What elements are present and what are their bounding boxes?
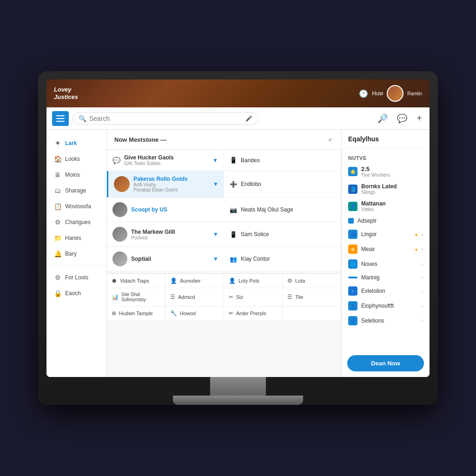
app-container: 🔍 🎤 🔎 💬 + ✦ Lark: [46, 107, 430, 377]
grid-item-admicd[interactable]: ☰ Admicd: [165, 288, 224, 306]
aumober-icon: 👤: [170, 278, 177, 284]
sidebar-item-lark[interactable]: ✦ Lark: [46, 135, 106, 151]
hamburger-line-1: [56, 115, 65, 116]
panel-item-evlelolion[interactable]: ↑ Evlelolion ›: [342, 284, 430, 298]
panel-item-eloph[interactable]: 👤 Elophynouftft ›: [342, 298, 430, 313]
kiay-icon: 👥: [230, 256, 237, 263]
grid-item-site[interactable]: 📊 Site Shal Sofesyrotoy: [107, 288, 165, 306]
list-item-give-hucker[interactable]: 💬 Give Hucker Gaols Gife Teato Solites ▼: [107, 150, 224, 171]
sidebar-item-forlools[interactable]: ⚙ For Lools: [46, 270, 106, 285]
screen: Lovey Justices 🕐 Huw Ramtin 🔍: [46, 79, 430, 377]
noues-arrow: ›: [422, 262, 423, 267]
list-item-kiay[interactable]: 👥 Kiay Contor: [224, 247, 341, 271]
grid-item-vidach[interactable]: ⏺ Vidach Tiaps: [107, 274, 165, 288]
evlelolion-arrow: ›: [422, 289, 423, 294]
content-area: Now Meststone — ℯ 💬 Give Hucker Gaols G: [107, 130, 341, 377]
rating-value: 2.5: [361, 165, 423, 172]
panel-item-adseptr[interactable]: Adseptr: [342, 215, 430, 227]
markew-name: The Markew Gilll: [131, 229, 209, 235]
mattanan-sub: Vittles: [361, 207, 423, 212]
add-button[interactable]: +: [415, 111, 424, 126]
noues-icon: 🌐: [348, 259, 357, 269]
sidebar-item-bary[interactable]: 🔔 Bary: [46, 246, 106, 262]
seletions-icon: 👤: [348, 316, 357, 325]
panel-item-bornks-text: Bornks Lated Skings: [361, 183, 423, 195]
content-header-action[interactable]: ℯ: [327, 134, 334, 145]
panel-item-meax[interactable]: ⊕ Meax ● ›: [342, 242, 430, 257]
grid-item-siz[interactable]: ✂ Siz: [224, 288, 283, 306]
panel-section-nutve: Nutve: [342, 152, 430, 163]
howod-icon: 🔧: [170, 310, 177, 317]
markew-info: The Markew Gilll Poclved: [131, 229, 209, 240]
lota-icon: ⚙: [287, 278, 292, 284]
eloph-arrow: ›: [422, 304, 423, 309]
marinig-icon: [348, 277, 357, 278]
looks-icon: 🏠: [54, 155, 61, 163]
panel-item-rating[interactable]: ⭐ 2.5 Tine Wnobers: [342, 163, 430, 180]
grid-item-tile[interactable]: ☰ Tile: [283, 288, 341, 306]
sidebar-item-sharage[interactable]: 🗂 Sharage: [46, 183, 106, 198]
panel-item-marinig[interactable]: Marinig ›: [342, 271, 430, 284]
marinig-label: Marinig: [361, 274, 418, 281]
sidebar-item-looks[interactable]: 🏠 Looks: [46, 151, 106, 167]
sidebar-item-eaoch[interactable]: 🔒 Eaoch: [46, 285, 106, 301]
arder-icon: ✏: [229, 310, 233, 317]
sidebar-item-hanes[interactable]: 📁 Hanes: [46, 230, 106, 246]
pakeras-avatar: [114, 176, 130, 192]
avatar[interactable]: [387, 85, 403, 102]
panel-item-bornks[interactable]: 📘 Bornks Lated Skings: [342, 180, 430, 198]
lota-label: Lota: [295, 278, 305, 284]
grid-item-lota[interactable]: ⚙ Lota: [283, 274, 341, 288]
panel-item-rating-text: 2.5 Tine Wnobers: [361, 165, 423, 178]
panel-item-seletions[interactable]: 👤 Seletions ›: [342, 313, 430, 328]
sidebar-item-charlgues[interactable]: ⚙ Charlgues: [46, 214, 106, 230]
seletions-arrow: ›: [422, 318, 423, 324]
sidebar-divider: [46, 265, 106, 266]
scoopt-avatar: [112, 202, 127, 217]
mic-icon: 🎤: [245, 115, 252, 122]
loly-label: Loly Pots: [238, 278, 259, 284]
give-hucker-info: Give Hucker Gaols Gife Teato Solites: [124, 154, 209, 166]
list-item-scoopt[interactable]: Scoopt by US: [107, 198, 224, 222]
marinig-arrow: ›: [422, 275, 423, 280]
panel-item-noues[interactable]: 🌐 Noues ›: [342, 257, 430, 271]
panel-item-lingor[interactable]: 🔵 Lingor ● ›: [342, 227, 430, 242]
bornks-sub: Skings: [361, 190, 423, 195]
soptiaii-avatar: [112, 251, 127, 266]
soptiaii-name: Soptiaii: [131, 256, 209, 262]
grid-item-hudwn[interactable]: ⊕ Hudwn Tample: [107, 306, 165, 321]
site-label: Site Shal Sofesyrotoy: [121, 292, 160, 302]
list-item-markew[interactable]: The Markew Gilll Poclved ▼: [107, 222, 224, 247]
sidebar-item-wovlosofa[interactable]: 📋 Wovlosofa: [46, 198, 106, 214]
search-input[interactable]: [89, 115, 243, 122]
panel-item-mattanan[interactable]: 👤 Mattanan Vittles: [342, 198, 430, 215]
list-item-neats[interactable]: 📷 Neats Maj Oliul Sage: [224, 198, 341, 222]
sidebar-item-moios[interactable]: 🖥 Moios: [46, 167, 106, 183]
mattanan-icon: 👤: [348, 202, 357, 211]
hamburger-button[interactable]: [52, 111, 69, 126]
pakeras-chevron: ▼: [213, 181, 218, 187]
grid-item-loly[interactable]: 👤 Loly Pots: [224, 274, 283, 288]
search-actions: 🔎 💬 +: [376, 111, 424, 126]
zoom-button[interactable]: 🔎: [376, 112, 390, 126]
app-logo: Lovey Justices: [54, 86, 78, 100]
list-item-endlobo[interactable]: ➕ Endlobo: [224, 171, 341, 198]
rating-icon: ⭐: [348, 167, 357, 176]
grid-item-aumober[interactable]: 👤 Aumober: [165, 274, 224, 288]
list-item-sam[interactable]: 📱 Sam Solice: [224, 222, 341, 247]
give-hucker-sub: Gife Teato Solites: [124, 161, 209, 166]
search-input-wrapper[interactable]: 🔍 🎤: [73, 112, 258, 125]
grid-item-arder[interactable]: ✏ Arder Prerpls: [224, 306, 283, 321]
list-item-pakeras[interactable]: Pakeras Rollo Gnids ArtA Voxby Penatad E…: [107, 171, 224, 198]
list-item-bandes[interactable]: 📱 Bandes: [224, 150, 341, 171]
bandes-label: Bandes: [241, 157, 260, 164]
list-item-soptiaii[interactable]: Soptiaii ▼: [107, 247, 224, 271]
grid-item-howod[interactable]: 🔧 Howod: [165, 306, 224, 321]
sidebar-label-looks: Looks: [65, 156, 80, 162]
right-panel-scroll: Nutve ⭐ 2.5 Tine Wnobers 📘: [342, 149, 430, 350]
dean-now-button[interactable]: Dean Now: [347, 355, 424, 371]
lark-icon: ✦: [54, 139, 61, 147]
hudwn-icon: ⊕: [112, 310, 116, 317]
clock-icon: 🕐: [359, 89, 368, 98]
chat-button[interactable]: 💬: [395, 112, 409, 126]
